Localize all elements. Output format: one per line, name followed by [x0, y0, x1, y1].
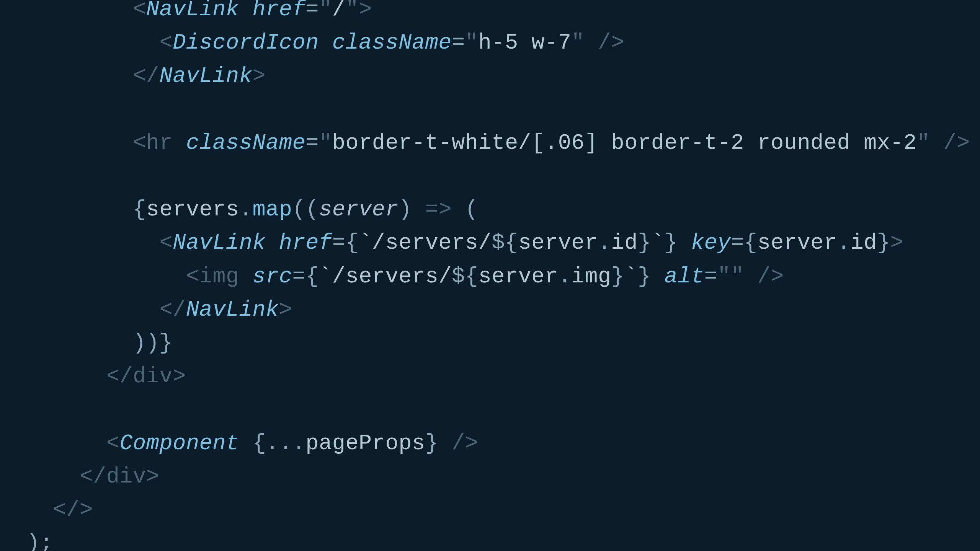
- code-line: </div>: [0, 364, 186, 389]
- code-line: </NavLink>: [0, 64, 266, 88]
- jsx-component: NavLink: [186, 298, 279, 322]
- jsx-component: NavLink: [173, 231, 266, 255]
- jsx-attr: key: [691, 231, 731, 255]
- jsx-attr: href: [279, 231, 332, 255]
- code-line: );: [0, 531, 53, 551]
- code-line: <DiscordIcon className="h-5 w-7" />: [0, 31, 624, 55]
- jsx-component: DiscordIcon: [173, 31, 319, 55]
- jsx-component: NavLink: [146, 0, 239, 22]
- jsx-attr: className: [186, 131, 305, 155]
- jsx-attr: href: [252, 0, 305, 22]
- html-tag: img: [199, 264, 239, 289]
- code-line: <hr className="border-t-white/[.06] bord…: [0, 131, 970, 155]
- jsx-attr: src: [252, 264, 292, 289]
- jsx-attr: alt: [664, 264, 704, 289]
- html-tag: hr: [146, 131, 173, 155]
- jsx-attr: className: [332, 31, 452, 55]
- code-editor[interactable]: <NavLink href="/"> <DiscordIcon classNam…: [0, 0, 980, 551]
- code-line: <Component {...pageProps} />: [0, 431, 479, 456]
- code-line: <NavLink href={`/servers/${server.id}`} …: [0, 231, 903, 255]
- html-tag: div: [106, 465, 146, 489]
- code-line: ))}: [0, 331, 173, 355]
- param: server: [319, 197, 399, 222]
- html-tag: div: [133, 364, 173, 389]
- method-call: map: [252, 197, 292, 222]
- jsx-component: Component: [119, 431, 239, 456]
- code-line: </div>: [0, 465, 160, 489]
- code-line: {servers.map((server) => (: [0, 197, 479, 222]
- code-line: </>: [0, 498, 93, 522]
- code-line: </NavLink>: [0, 298, 292, 322]
- jsx-component: NavLink: [159, 64, 252, 88]
- code-line: <NavLink href="/">: [0, 0, 372, 22]
- code-line: <img src={`/servers/${server.img}`} alt=…: [0, 264, 784, 289]
